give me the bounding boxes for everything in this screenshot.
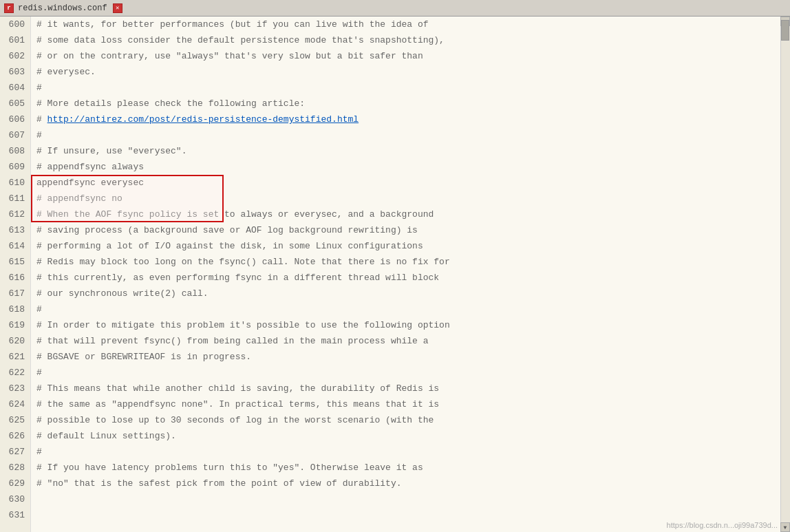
code-line: # or on the contrary, use "always" that'… [36,48,784,64]
line-number: 611 [6,191,25,206]
code-line: # saving process (a background save or A… [36,222,784,238]
code-line: # [36,444,784,460]
line-number: 614 [6,238,25,254]
code-line: # possible to lose up to 30 seconds of l… [36,412,784,428]
code-line: # BGSAVE or BGREWRITEAOF is in progress. [36,349,784,365]
line-number: 630 [6,491,25,507]
code-line: # appendfsync no [36,191,784,206]
code-line: # our synchronous write(2) call. [36,286,784,301]
line-number: 628 [6,460,25,476]
code-line: # performing a lot of I/O against the di… [36,238,784,254]
line-number: 624 [6,396,25,412]
code-line: # If unsure, use "everysec". [36,143,784,159]
watermark: https://blog.csdn.n...oji99a739d... [667,521,778,529]
code-line: # [36,301,784,317]
line-number: 619 [6,317,25,333]
line-number: 612 [6,206,25,222]
code-line: appendfsync everysec [36,175,784,191]
code-line: # More details please check the followin… [36,96,784,111]
line-numbers: 6006016026036046056066076086096106116126… [0,17,31,532]
line-number: 620 [6,333,25,349]
line-number: 602 [6,48,25,64]
line-number: 606 [6,111,25,127]
line-number: 631 [6,507,25,523]
line-number: 626 [6,428,25,444]
editor-container: 6006016026036046056066076086096106116126… [0,17,790,532]
line-number: 603 [6,64,25,80]
line-number: 610 [6,175,25,191]
code-line: # http://antirez.com/post/redis-persiste… [36,111,784,127]
code-line: # If you have latency problems turn this… [36,460,784,476]
line-number: 621 [6,349,25,365]
code-line: # [36,127,784,143]
line-number: 618 [6,301,25,317]
code-line: # Redis may block too long on the fsync(… [36,254,784,270]
line-number: 627 [6,444,25,460]
code-line: # it wants, for better performances (but… [36,17,784,32]
code-line: # "no" that is the safest pick from the … [36,476,784,491]
line-number: 607 [6,127,25,143]
scroll-down-arrow[interactable]: ▼ [780,522,790,532]
code-line: # [36,80,784,96]
line-number: 617 [6,286,25,301]
code-line: # When the AOF fsync policy is set to al… [36,206,784,222]
code-line: # [36,365,784,381]
code-line: # default Linux settings). [36,428,784,444]
line-number: 604 [6,80,25,96]
code-area[interactable]: # it wants, for better performances (but… [31,17,790,532]
title-bar: r redis.windows.conf ✕ [0,0,790,17]
code-line: # this currently, as even performing fsy… [36,270,784,286]
scrollbar-thumb[interactable] [781,20,789,41]
line-number: 625 [6,412,25,428]
code-line: # appendfsync always [36,159,784,175]
code-line: # This means that while another child is… [36,381,784,396]
file-icon: r [4,3,14,13]
close-button[interactable]: ✕ [113,3,122,13]
scrollbar[interactable]: ▲ ▼ [780,17,790,532]
line-number: 600 [6,17,25,32]
line-number: 613 [6,222,25,238]
line-number: 601 [6,32,25,48]
code-line: # that will prevent fsync() from being c… [36,333,784,349]
line-number: 605 [6,96,25,111]
line-number: 616 [6,270,25,286]
line-number: 609 [6,159,25,175]
code-line: # the same as "appendfsync none". In pra… [36,396,784,412]
line-number: 608 [6,143,25,159]
line-number: 622 [6,365,25,381]
code-line: # In order to mitigate this problem it's… [36,317,784,333]
filename-label: redis.windows.conf [18,3,107,13]
line-number: 615 [6,254,25,270]
code-line: # everysec. [36,64,784,80]
line-number: 623 [6,381,25,396]
code-line: # some data loss consider the default pe… [36,32,784,48]
line-number: 629 [6,476,25,491]
